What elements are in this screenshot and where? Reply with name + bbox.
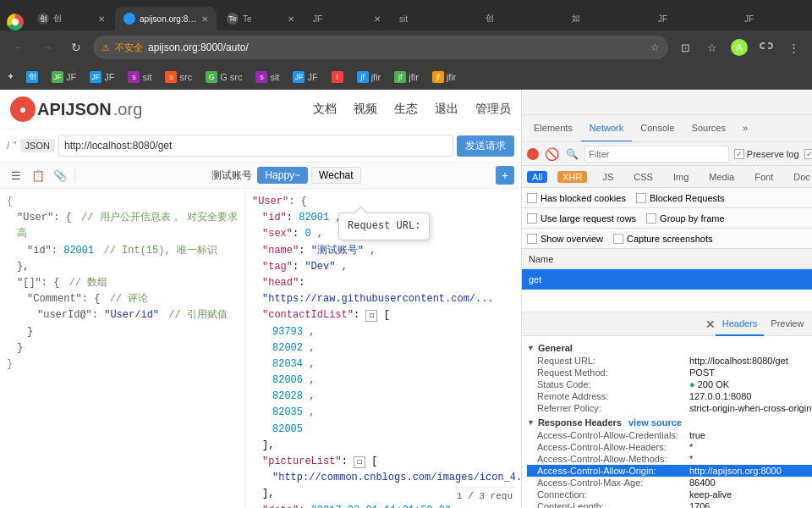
method-badge[interactable]: JSON xyxy=(20,139,55,152)
tab-network[interactable]: Network xyxy=(581,115,632,142)
tab-console[interactable]: Console xyxy=(632,115,683,142)
nav-docs[interactable]: 文档 xyxy=(313,102,337,117)
bookmark-jf4[interactable]: JFJF xyxy=(288,69,322,85)
response-headers-section-header[interactable]: ▼ Response Headers view source xyxy=(527,414,812,429)
blocked-cookies-opt[interactable]: Has blocked cookies xyxy=(527,193,626,203)
filter-all[interactable]: All xyxy=(527,171,547,183)
filter-font[interactable]: Font xyxy=(749,171,778,183)
tab-sources[interactable]: Sources xyxy=(683,115,734,142)
tab-5[interactable]: sit xyxy=(391,7,475,30)
bookmark-src[interactable]: ssrc xyxy=(160,69,197,85)
preserve-log-checkbox[interactable]: Preserve log xyxy=(734,149,799,159)
filter-doc[interactable]: Doc xyxy=(788,171,812,183)
request-row-get[interactable]: get xyxy=(522,269,812,290)
tab-close-active[interactable]: ✕ xyxy=(201,14,208,24)
nav-ecosystem[interactable]: 生态 xyxy=(394,102,418,117)
user-happy-button[interactable]: Happy~ xyxy=(257,167,308,184)
tab-3[interactable]: Te Te ✕ xyxy=(218,7,303,30)
bookmark-star[interactable]: ☆ xyxy=(650,41,660,53)
bookmark-icon[interactable]: ☆ xyxy=(700,36,724,59)
test-label: 测试账号 xyxy=(211,168,252,183)
options-row2: Use large request rows Group by frame xyxy=(522,208,812,229)
bookmark-sit2[interactable]: ssit xyxy=(250,69,284,85)
general-section-header[interactable]: ▼ General xyxy=(527,340,812,355)
capture-screenshots-opt[interactable]: Capture screenshots xyxy=(613,234,713,244)
search-icon[interactable]: 🔍 xyxy=(564,146,579,162)
bookmark-jf3[interactable]: JFJF xyxy=(85,69,119,85)
filter-xhr[interactable]: XHR xyxy=(557,171,587,183)
bookmark-gsrc[interactable]: GG src xyxy=(200,69,247,85)
show-overview-opt[interactable]: Show overview xyxy=(527,234,603,244)
tab-bar: 创 创 ✕ apijson.org:8000 ✕ Te Te ✕ JF ✕ si… xyxy=(0,0,812,30)
filter-css[interactable]: CSS xyxy=(628,171,658,183)
tab-headers[interactable]: Headers xyxy=(716,312,765,336)
reload-button[interactable]: ↻ xyxy=(64,36,88,59)
filter-input[interactable] xyxy=(584,146,729,163)
details-content: ▼ General Request URL: http://localhost:… xyxy=(522,336,812,508)
detail-acao-highlighted[interactable]: Access-Control-Allow-Origin: http://apij… xyxy=(527,465,812,477)
tab-active[interactable]: apijson.org:8000 ✕ xyxy=(115,7,217,30)
cast-icon[interactable]: ⊡ xyxy=(673,36,697,59)
format-icon[interactable]: ☰ xyxy=(7,166,25,185)
referrer-val: strict-origin-when-cross-origin xyxy=(689,403,811,413)
profile-icon[interactable]: A xyxy=(727,36,751,59)
copy-all-button[interactable]: + xyxy=(496,166,514,185)
method-val: POST xyxy=(689,367,715,378)
filter-img[interactable]: Img xyxy=(668,171,694,183)
nav-video[interactable]: 视频 xyxy=(354,102,377,117)
tab-elements[interactable]: Elements xyxy=(525,115,581,142)
details-close-icon[interactable]: ✕ xyxy=(705,318,716,331)
record-icon[interactable] xyxy=(527,148,539,160)
address-bar[interactable]: ⚠ 不安全 apijson.org:8000/auto/ ☆ xyxy=(93,36,668,59)
forward-button[interactable]: → xyxy=(36,36,59,59)
copy-icon[interactable]: 📋 xyxy=(29,166,47,185)
bookmark-jf2[interactable]: JFJF xyxy=(47,69,81,85)
menu-icon[interactable]: ⋮ xyxy=(782,36,805,59)
bookmark-jfir2[interactable]: jfjfir xyxy=(389,69,424,85)
response-headers-view-source[interactable]: view source xyxy=(628,417,682,428)
request-url-val: http://localhost:8080/get xyxy=(689,356,788,366)
clear-icon[interactable]: 🚫 xyxy=(544,146,559,162)
bookmark-jfir1[interactable]: jfjfir xyxy=(352,69,387,85)
pin-icon[interactable]: 📎 xyxy=(51,166,69,185)
detail-acma: Access-Control-Max-Age: 86400 xyxy=(527,477,812,489)
disable-cache-checkbox[interactable]: Disable cache xyxy=(804,149,812,159)
tab-more[interactable]: » xyxy=(734,115,756,142)
slash-label: / xyxy=(7,140,9,152)
filter-media[interactable]: Media xyxy=(704,171,739,183)
logo-org: .org xyxy=(113,100,142,119)
tab-4[interactable]: JF ✕ xyxy=(304,7,389,30)
tab-8[interactable]: JF xyxy=(650,7,734,30)
tab-close-3[interactable]: ✕ xyxy=(288,14,294,24)
status-dot: ● xyxy=(689,379,695,389)
back-button[interactable]: ← xyxy=(7,36,30,59)
bookmark-sit[interactable]: ssit xyxy=(123,69,156,85)
tab-close-1[interactable]: ✕ xyxy=(98,14,105,24)
user-wechat-button[interactable]: Wechat xyxy=(311,167,360,184)
tab-1[interactable]: 创 创 ✕ xyxy=(29,7,113,30)
tab-6[interactable]: 创 xyxy=(477,7,562,30)
detail-status: Status Code: ● 200 OK xyxy=(527,378,812,390)
group-by-frame-opt[interactable]: Group by frame xyxy=(646,213,724,224)
status-key: Status Code: xyxy=(537,379,689,389)
tab-9[interactable]: JF xyxy=(736,7,812,30)
send-button[interactable]: 发送请求 xyxy=(457,135,514,157)
tab-close-4[interactable]: ✕ xyxy=(374,14,381,24)
options-row1: Has blocked cookies Blocked Requests xyxy=(522,188,812,208)
bookmarks-label: ✦ xyxy=(7,71,14,82)
bookmark-I[interactable]: I xyxy=(326,69,348,85)
url-input[interactable] xyxy=(58,135,453,157)
request-list-header: Name xyxy=(522,249,812,269)
bookmark-jfir3[interactable]: jfjfir xyxy=(427,69,462,85)
filter-js[interactable]: JS xyxy=(597,171,618,183)
large-rows-opt[interactable]: Use large request rows xyxy=(527,213,636,224)
page-count: 1 / 3 requ xyxy=(453,487,516,506)
tab-7[interactable]: 如 xyxy=(563,7,648,30)
nav-exit[interactable]: 退出 xyxy=(435,102,458,117)
nav-manage[interactable]: 管理员 xyxy=(475,102,511,117)
blocked-requests-opt[interactable]: Blocked Requests xyxy=(636,193,725,203)
request-editor[interactable]: { "User": { // 用户公开信息表， 对安全要求高 "id": 820… xyxy=(0,189,245,508)
extensions-icon[interactable] xyxy=(754,36,778,59)
tab-preview[interactable]: Preview xyxy=(764,312,810,336)
bookmark-jf1[interactable]: 创 xyxy=(21,69,43,85)
